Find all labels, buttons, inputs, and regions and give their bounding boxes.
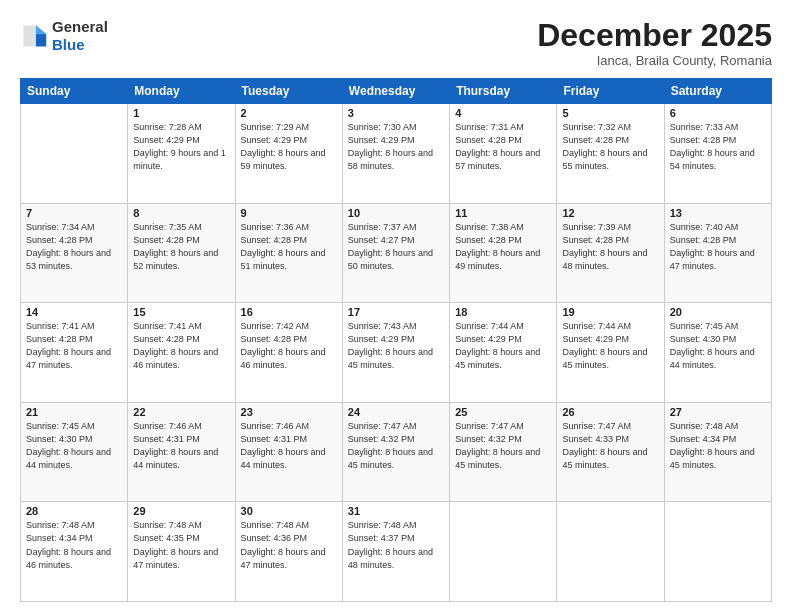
week-row-0: 1Sunrise: 7:28 AM Sunset: 4:29 PM Daylig… [21,104,772,204]
day-info: Sunrise: 7:29 AM Sunset: 4:29 PM Dayligh… [241,121,337,173]
day-info: Sunrise: 7:42 AM Sunset: 4:28 PM Dayligh… [241,320,337,372]
day-number: 13 [670,207,766,219]
day-number: 10 [348,207,444,219]
day-info: Sunrise: 7:43 AM Sunset: 4:29 PM Dayligh… [348,320,444,372]
day-info: Sunrise: 7:47 AM Sunset: 4:33 PM Dayligh… [562,420,658,472]
day-number: 1 [133,107,229,119]
day-number: 3 [348,107,444,119]
location-text: Ianca, Braila County, Romania [537,53,772,68]
day-number: 19 [562,306,658,318]
weekday-header-row: Sunday Monday Tuesday Wednesday Thursday… [21,79,772,104]
day-info: Sunrise: 7:33 AM Sunset: 4:28 PM Dayligh… [670,121,766,173]
logo-text: General Blue [52,18,108,54]
day-info: Sunrise: 7:46 AM Sunset: 4:31 PM Dayligh… [133,420,229,472]
day-info: Sunrise: 7:48 AM Sunset: 4:36 PM Dayligh… [241,519,337,571]
header: General Blue December 2025 Ianca, Braila… [20,18,772,68]
table-cell: 7Sunrise: 7:34 AM Sunset: 4:28 PM Daylig… [21,203,128,303]
col-tuesday: Tuesday [235,79,342,104]
day-info: Sunrise: 7:36 AM Sunset: 4:28 PM Dayligh… [241,221,337,273]
table-cell: 8Sunrise: 7:35 AM Sunset: 4:28 PM Daylig… [128,203,235,303]
day-number: 20 [670,306,766,318]
day-number: 29 [133,505,229,517]
day-info: Sunrise: 7:28 AM Sunset: 4:29 PM Dayligh… [133,121,229,173]
day-info: Sunrise: 7:48 AM Sunset: 4:34 PM Dayligh… [670,420,766,472]
table-cell: 25Sunrise: 7:47 AM Sunset: 4:32 PM Dayli… [450,402,557,502]
day-number: 27 [670,406,766,418]
table-cell: 16Sunrise: 7:42 AM Sunset: 4:28 PM Dayli… [235,303,342,403]
table-cell: 30Sunrise: 7:48 AM Sunset: 4:36 PM Dayli… [235,502,342,602]
table-cell: 2Sunrise: 7:29 AM Sunset: 4:29 PM Daylig… [235,104,342,204]
table-cell: 5Sunrise: 7:32 AM Sunset: 4:28 PM Daylig… [557,104,664,204]
day-number: 18 [455,306,551,318]
table-cell: 14Sunrise: 7:41 AM Sunset: 4:28 PM Dayli… [21,303,128,403]
day-info: Sunrise: 7:34 AM Sunset: 4:28 PM Dayligh… [26,221,122,273]
day-number: 17 [348,306,444,318]
svg-marker-1 [36,26,47,35]
table-cell: 1Sunrise: 7:28 AM Sunset: 4:29 PM Daylig… [128,104,235,204]
day-info: Sunrise: 7:47 AM Sunset: 4:32 PM Dayligh… [348,420,444,472]
week-row-4: 28Sunrise: 7:48 AM Sunset: 4:34 PM Dayli… [21,502,772,602]
day-info: Sunrise: 7:44 AM Sunset: 4:29 PM Dayligh… [562,320,658,372]
day-number: 22 [133,406,229,418]
table-cell: 9Sunrise: 7:36 AM Sunset: 4:28 PM Daylig… [235,203,342,303]
day-info: Sunrise: 7:46 AM Sunset: 4:31 PM Dayligh… [241,420,337,472]
page: General Blue December 2025 Ianca, Braila… [0,0,792,612]
col-saturday: Saturday [664,79,771,104]
day-info: Sunrise: 7:44 AM Sunset: 4:29 PM Dayligh… [455,320,551,372]
day-info: Sunrise: 7:40 AM Sunset: 4:28 PM Dayligh… [670,221,766,273]
day-number: 26 [562,406,658,418]
logo-blue-text: Blue [52,36,85,53]
day-number: 23 [241,406,337,418]
day-info: Sunrise: 7:37 AM Sunset: 4:27 PM Dayligh… [348,221,444,273]
day-info: Sunrise: 7:47 AM Sunset: 4:32 PM Dayligh… [455,420,551,472]
day-info: Sunrise: 7:48 AM Sunset: 4:37 PM Dayligh… [348,519,444,571]
day-info: Sunrise: 7:41 AM Sunset: 4:28 PM Dayligh… [133,320,229,372]
day-number: 5 [562,107,658,119]
day-number: 9 [241,207,337,219]
table-cell: 20Sunrise: 7:45 AM Sunset: 4:30 PM Dayli… [664,303,771,403]
day-number: 30 [241,505,337,517]
day-number: 15 [133,306,229,318]
day-number: 16 [241,306,337,318]
table-cell: 12Sunrise: 7:39 AM Sunset: 4:28 PM Dayli… [557,203,664,303]
day-number: 14 [26,306,122,318]
table-cell: 10Sunrise: 7:37 AM Sunset: 4:27 PM Dayli… [342,203,449,303]
day-number: 2 [241,107,337,119]
table-cell [557,502,664,602]
table-cell: 31Sunrise: 7:48 AM Sunset: 4:37 PM Dayli… [342,502,449,602]
day-number: 8 [133,207,229,219]
table-cell: 28Sunrise: 7:48 AM Sunset: 4:34 PM Dayli… [21,502,128,602]
table-cell: 21Sunrise: 7:45 AM Sunset: 4:30 PM Dayli… [21,402,128,502]
table-cell: 26Sunrise: 7:47 AM Sunset: 4:33 PM Dayli… [557,402,664,502]
table-cell: 27Sunrise: 7:48 AM Sunset: 4:34 PM Dayli… [664,402,771,502]
col-wednesday: Wednesday [342,79,449,104]
day-number: 11 [455,207,551,219]
day-info: Sunrise: 7:45 AM Sunset: 4:30 PM Dayligh… [670,320,766,372]
col-thursday: Thursday [450,79,557,104]
week-row-3: 21Sunrise: 7:45 AM Sunset: 4:30 PM Dayli… [21,402,772,502]
calendar-table: Sunday Monday Tuesday Wednesday Thursday… [20,78,772,602]
day-info: Sunrise: 7:45 AM Sunset: 4:30 PM Dayligh… [26,420,122,472]
title-area: December 2025 Ianca, Braila County, Roma… [537,18,772,68]
day-info: Sunrise: 7:35 AM Sunset: 4:28 PM Dayligh… [133,221,229,273]
table-cell: 6Sunrise: 7:33 AM Sunset: 4:28 PM Daylig… [664,104,771,204]
table-cell: 19Sunrise: 7:44 AM Sunset: 4:29 PM Dayli… [557,303,664,403]
day-info: Sunrise: 7:38 AM Sunset: 4:28 PM Dayligh… [455,221,551,273]
week-row-2: 14Sunrise: 7:41 AM Sunset: 4:28 PM Dayli… [21,303,772,403]
table-cell: 18Sunrise: 7:44 AM Sunset: 4:29 PM Dayli… [450,303,557,403]
day-info: Sunrise: 7:30 AM Sunset: 4:29 PM Dayligh… [348,121,444,173]
week-row-1: 7Sunrise: 7:34 AM Sunset: 4:28 PM Daylig… [21,203,772,303]
day-number: 25 [455,406,551,418]
day-info: Sunrise: 7:48 AM Sunset: 4:34 PM Dayligh… [26,519,122,571]
day-number: 21 [26,406,122,418]
day-info: Sunrise: 7:48 AM Sunset: 4:35 PM Dayligh… [133,519,229,571]
day-number: 4 [455,107,551,119]
logo-icon [20,22,48,50]
table-cell: 11Sunrise: 7:38 AM Sunset: 4:28 PM Dayli… [450,203,557,303]
month-title: December 2025 [537,18,772,53]
table-cell: 24Sunrise: 7:47 AM Sunset: 4:32 PM Dayli… [342,402,449,502]
day-number: 24 [348,406,444,418]
day-info: Sunrise: 7:31 AM Sunset: 4:28 PM Dayligh… [455,121,551,173]
table-cell: 13Sunrise: 7:40 AM Sunset: 4:28 PM Dayli… [664,203,771,303]
col-monday: Monday [128,79,235,104]
